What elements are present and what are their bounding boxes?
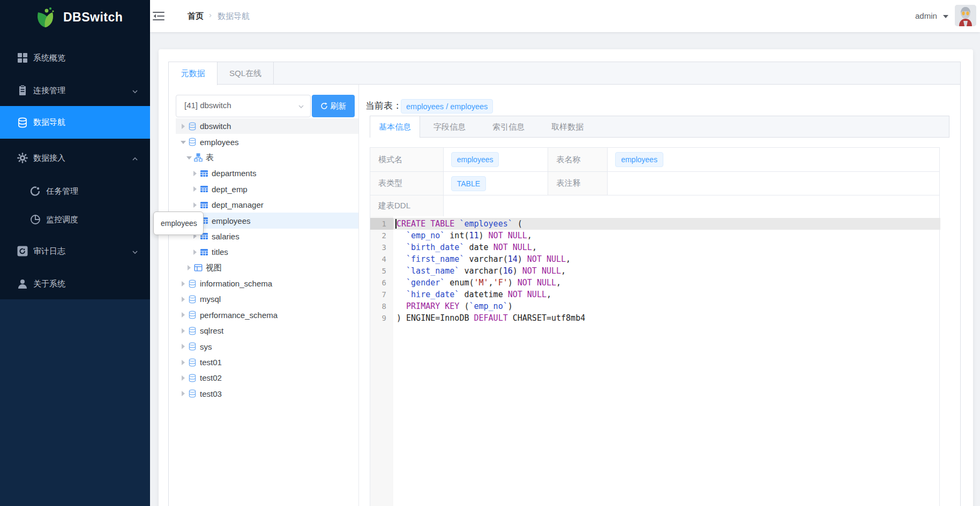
caret-right-icon[interactable] (180, 281, 186, 286)
sidebar-item-connections[interactable]: 连接管理 (0, 74, 150, 107)
tree-node-label: dbswitch (200, 122, 231, 131)
sidebar-item-data-access[interactable]: 数据接入 (0, 142, 150, 174)
breadcrumb-separator-icon: › (209, 10, 212, 19)
caret-right-icon[interactable] (180, 360, 186, 365)
code-line: `emp_no` int(11) NOT NULL, (397, 230, 532, 241)
tree-node-titles[interactable]: titles (176, 244, 358, 260)
top-header (150, 0, 980, 32)
sidebar-item-monitor[interactable]: 监控调度 (0, 203, 150, 236)
sidebar-item-task-mgmt[interactable]: 任务管理 (0, 175, 150, 207)
user-icon (17, 278, 28, 289)
table-icon (200, 169, 208, 178)
sidebar-item-label: 连接管理 (33, 86, 65, 96)
breadcrumb-home[interactable]: 首页 (188, 11, 204, 21)
code-line: `last_name` varchar(16) NOT NULL, (397, 265, 566, 277)
caret-right-icon[interactable] (192, 250, 198, 255)
sidebar-item-about[interactable]: 关于系统 (0, 268, 150, 300)
avatar[interactable] (955, 5, 976, 26)
collapse-sidebar-icon[interactable] (153, 11, 164, 21)
sidebar-item-audit-log[interactable]: 审计日志 (0, 235, 150, 267)
database-icon (188, 280, 197, 288)
tree-node-performance_schema[interactable]: performance_schema (176, 307, 358, 323)
chevron-down-icon (298, 104, 304, 109)
tree-node-dept_emp[interactable]: dept_emp (176, 182, 358, 197)
table-type-cell: TABLE (444, 172, 549, 195)
code-line: CREATE TABLE `employees` ( (397, 218, 522, 230)
caret-right-icon[interactable] (180, 312, 186, 318)
tree-node-label: test01 (200, 358, 222, 367)
caret-right-icon[interactable] (180, 124, 186, 129)
refresh-icon (320, 102, 328, 110)
user-menu-caret-icon[interactable] (943, 15, 948, 18)
tree-node-视图[interactable]: 视图 (176, 260, 358, 276)
line-number: 6 (382, 277, 386, 289)
sidebar-item-label: 关于系统 (33, 279, 65, 289)
caret-down-icon[interactable] (180, 140, 186, 144)
connection-select-value: [41] dbswitch (184, 101, 231, 110)
schema-name-cell: employees (444, 148, 549, 172)
tab-元数据[interactable]: 元数据 (169, 62, 218, 85)
user-menu[interactable]: admin (915, 11, 937, 20)
table-type-tag: TABLE (451, 176, 486, 191)
gear-icon (17, 153, 28, 163)
line-number: 1 (382, 218, 386, 230)
tab-SQL在线[interactable]: SQL在线 (218, 62, 274, 85)
code-line: `first_name` varchar(14) NOT NULL, (397, 253, 571, 265)
caret-right-icon[interactable] (192, 171, 198, 176)
tree-node-dbswitch[interactable]: dbswitch (176, 118, 358, 134)
tree-node-test01[interactable]: test01 (176, 354, 358, 370)
breadcrumb-current: 数据导航 (218, 11, 250, 21)
tree-node-dept_manager[interactable]: dept_manager (176, 197, 358, 213)
sidebar-item-label: 任务管理 (46, 186, 78, 197)
caret-right-icon[interactable] (192, 186, 198, 192)
tree-node-tooltip: employees (153, 212, 204, 235)
table-name-cell: employees (608, 148, 939, 172)
caret-right-icon[interactable] (180, 297, 186, 302)
caret-right-icon[interactable] (192, 202, 198, 208)
table-type-label: 表类型 (370, 172, 444, 195)
tree-node-test03[interactable]: test03 (176, 386, 358, 402)
tree-node-label: sqlrest (200, 326, 223, 335)
caret-right-icon[interactable] (186, 265, 192, 270)
tree-node-information_schema[interactable]: information_schema (176, 276, 358, 291)
table-name-tag: employees (615, 152, 663, 167)
table-icon (200, 185, 208, 193)
sidebar-item-overview[interactable]: 系统概览 (0, 42, 150, 74)
ddl-code-editor[interactable]: 123456789 CREATE TABLE `employees` ( `em… (370, 216, 940, 506)
tree-node-label: dept_manager (212, 200, 264, 209)
sidebar-item-label: 数据接入 (33, 153, 65, 163)
tab-取样数据[interactable]: 取样数据 (538, 116, 597, 137)
schema-name-tag: employees (451, 152, 499, 167)
tree-node-label: salaries (212, 232, 240, 241)
connection-select[interactable]: [41] dbswitch (176, 95, 311, 117)
refresh-button[interactable]: 刷新 (312, 95, 355, 117)
sidebar-item-data-nav[interactable]: 数据导航 (0, 106, 150, 139)
tree-node-test02[interactable]: test02 (176, 370, 358, 386)
tree-node-departments[interactable]: departments (176, 165, 358, 181)
tree-node-sqlrest[interactable]: sqlrest (176, 323, 358, 338)
tab-字段信息[interactable]: 字段信息 (420, 116, 479, 137)
tree-node-employees[interactable]: employees (176, 134, 358, 149)
tree-node-表[interactable]: 表 (176, 150, 358, 165)
logo-leaf-icon (33, 6, 57, 29)
tab-基本信息[interactable]: 基本信息 (370, 116, 420, 138)
schema-name-label: 模式名 (370, 148, 444, 172)
line-number: 8 (382, 300, 386, 312)
tree-node-label: test02 (200, 373, 222, 382)
caret-right-icon[interactable] (180, 328, 186, 334)
caret-right-icon[interactable] (180, 391, 186, 396)
caret-right-icon[interactable] (180, 344, 186, 349)
code-line: ) ENGINE=InnoDB DEFAULT CHARSET=utf8mb4 (397, 312, 585, 324)
logo[interactable]: DBSwitch (0, 0, 150, 35)
tree-node-sys[interactable]: sys (176, 338, 358, 354)
caret-down-icon[interactable] (186, 155, 192, 160)
tree-node-mysql[interactable]: mysql (176, 291, 358, 307)
tree-node-label: sys (200, 342, 212, 351)
tab-索引信息[interactable]: 索引信息 (479, 116, 538, 137)
caret-right-icon[interactable] (180, 375, 186, 381)
app-title: DBSwitch (63, 10, 123, 25)
tree-node-label: test03 (200, 389, 222, 398)
current-table-label: 当前表： (365, 100, 402, 112)
chevron-up-icon (132, 155, 138, 161)
tree-node-label: employees (212, 216, 251, 225)
